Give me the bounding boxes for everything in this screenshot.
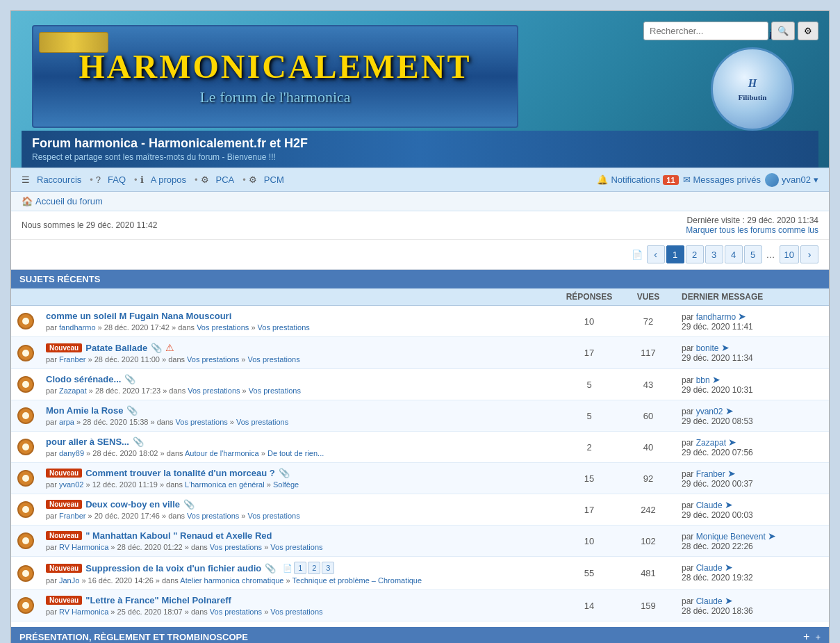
mark-read-link[interactable]: Marquer tous les forums comme lus [686,225,818,235]
topic-forum2[interactable]: Vos prestations [249,386,301,395]
go-last-icon[interactable]: ➤ [727,468,736,479]
nav-raccourcis[interactable]: Raccourcis [31,172,87,187]
topic-forum2[interactable]: Vos prestations [270,608,322,616]
go-last-icon[interactable]: ➤ [728,437,736,448]
attachment-icon: 📎 [183,499,195,510]
topic-forum2[interactable]: Vos prestations [248,355,300,364]
topic-author[interactable]: RV Harmonica [59,543,108,551]
topic-forum[interactable]: Vos prestations [210,608,262,616]
topic-forum2[interactable]: Vos prestations [248,512,300,520]
topic-title[interactable]: Suppression de la voix d'un fichier audi… [85,563,261,573]
topic-author[interactable]: JanJo [59,576,79,585]
go-last-icon[interactable]: ➤ [725,562,733,573]
last-author[interactable]: fandharmo [696,312,736,322]
topic-author[interactable]: Franber [59,512,86,520]
sub-page-2[interactable]: 2 [308,562,320,574]
topic-title[interactable]: "Lettre à France" Michel Polnareff [85,595,231,605]
go-last-icon[interactable]: ➤ [738,311,746,322]
nav-icon-pca: ⚙ [201,174,209,185]
topic-forum[interactable]: Autour de l'harmonica [185,449,259,457]
nav-pca[interactable]: PCA [211,172,240,187]
last-author[interactable]: Monique Benevent [696,532,766,542]
page-2-button[interactable]: 2 [686,245,704,263]
topic-forum[interactable]: Vos prestations [176,418,228,426]
last-author[interactable]: Franber [696,469,725,479]
topic-title[interactable]: Mon Amie la Rose [46,405,123,416]
bell-icon: 🔔 [597,174,608,185]
topic-author[interactable]: fandharmo [59,323,96,332]
nav-faq[interactable]: FAQ [102,172,131,187]
page-10-button[interactable]: 10 [780,245,799,263]
sub-page-1[interactable]: 1 [294,562,306,574]
topic-forum2[interactable]: Solfège [273,480,299,489]
topic-title[interactable]: Deux cow-boy en ville [85,499,180,510]
search-button[interactable]: 🔍 [771,22,795,40]
topic-forum[interactable]: Vos prestations [197,323,249,332]
topic-forum[interactable]: Vos prestations [210,543,262,551]
topic-meta: par RV Harmonica » 28 déc. 2020 01:22 » … [46,543,552,551]
last-author[interactable]: yvan02 [696,407,723,416]
topic-forum2[interactable]: Vos prestations [236,418,288,426]
topic-title[interactable]: comme un soleil M Fugain Nana Mouscouri [46,311,231,321]
last-author[interactable]: bonite [696,343,719,353]
topic-forum2[interactable]: Vos prestations [258,323,310,332]
last-author[interactable]: Zazapat [696,438,726,448]
topic-forum[interactable]: L'harmonica en général [185,480,265,489]
last-author[interactable]: Claude [696,596,723,606]
page-1-button[interactable]: 1 [666,245,684,263]
topic-forum[interactable]: Atelier harmonica chromatique [180,576,283,585]
topic-forum[interactable]: Vos prestations [188,386,240,395]
messages-prives-link[interactable]: ✉ Messages privés [683,174,761,185]
page-4-button[interactable]: 4 [725,245,743,263]
new-badge: Nouveau [46,596,82,605]
topic-meta: par Zazapat » 28 déc. 2020 17:23 » dans … [46,386,552,395]
page-3-button[interactable]: 3 [705,245,723,263]
recent-topics-header: SUJETS RÉCENTS [11,270,829,288]
go-last-icon[interactable]: ➤ [721,342,730,353]
topic-title[interactable]: Clodo sérénade... [46,374,121,384]
topic-forum2[interactable]: Vos prestations [270,543,322,551]
topic-forum[interactable]: Vos prestations [187,355,239,364]
topic-author[interactable]: Zazapat [59,386,87,395]
go-last-icon[interactable]: ➤ [725,405,734,416]
nav-apropos[interactable]: A propos [145,172,192,187]
go-last-icon[interactable]: ➤ [768,530,776,542]
search-input[interactable] [643,22,768,40]
go-last-icon[interactable]: ➤ [725,499,733,510]
topic-title[interactable]: pour aller à SENS... [46,437,129,447]
topic-title[interactable]: Comment trouver la tonalité d'un morceau… [85,468,275,478]
advanced-search-button[interactable]: ⚙ [798,22,818,40]
breadcrumb-home[interactable]: Accueil du forum [35,196,103,206]
sub-page-3[interactable]: 3 [322,562,334,574]
nav-icon-faq: ? [96,174,101,185]
topic-author[interactable]: dany89 [59,449,84,457]
user-menu[interactable]: yvan02 ▾ [765,173,818,187]
next-page-button[interactable]: › [800,245,818,263]
topic-author[interactable]: RV Harmonica [59,608,108,616]
last-author[interactable]: Claude [696,563,723,573]
table-row: Nouveau Comment trouver la tonalité d'un… [11,463,829,494]
topic-author[interactable]: yvan02 [59,480,83,489]
topic-title[interactable]: " Manhattan Kaboul " Renaud et Axelle Re… [85,530,272,541]
new-badge: Nouveau [46,500,82,509]
last-author[interactable]: Claude [696,500,723,510]
nav-pcm[interactable]: PCM [258,172,290,187]
go-last-icon[interactable]: ➤ [712,374,720,385]
partner-logo: H Filibutin [711,47,794,131]
topic-views: 102 [620,526,676,556]
topic-forum2[interactable]: De tout de rien... [267,449,324,457]
section-toggle-expand[interactable]: + [803,631,809,642]
prev-page-button[interactable]: ‹ [647,245,665,263]
last-author[interactable]: bbn [696,375,710,385]
topic-replies: 5 [558,400,620,431]
topic-author[interactable]: Franber [59,355,86,364]
go-last-icon[interactable]: ➤ [725,595,733,606]
page-5-button[interactable]: 5 [744,245,762,263]
topic-author[interactable]: arpa [59,418,74,426]
topic-forum2[interactable]: Technique et problème – Chromatique [293,576,422,585]
notifications-link[interactable]: 🔔 Notifications 11 [597,174,678,185]
col-subject-header [11,288,558,305]
new-badge: Nouveau [46,564,82,573]
topic-forum[interactable]: Vos prestations [187,512,239,520]
topic-title[interactable]: Patate Ballade [85,343,147,353]
